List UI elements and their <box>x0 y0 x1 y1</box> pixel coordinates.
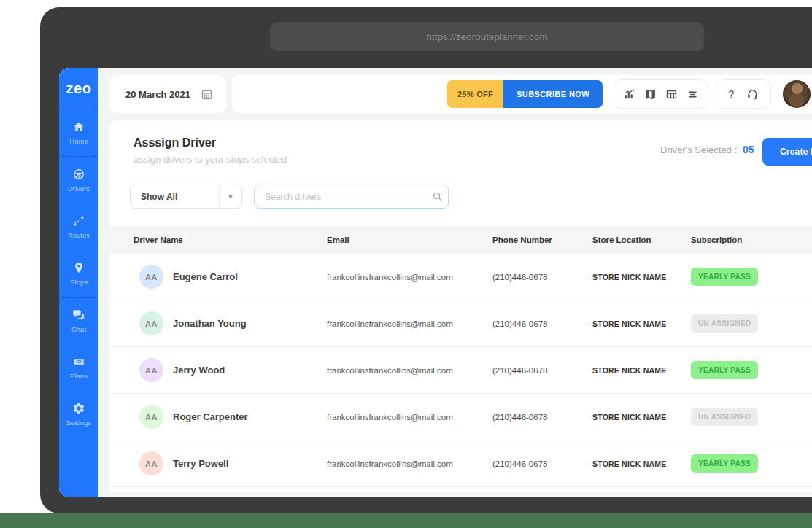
chevron-down-icon: ▼ <box>220 193 241 201</box>
driver-name: Eugene Carrol <box>173 271 238 282</box>
analytics-icon[interactable] <box>623 88 635 101</box>
avatar-initials: AA <box>145 366 158 375</box>
driver-name: Jonathan Young <box>173 318 247 329</box>
steering-wheel-icon <box>72 168 85 181</box>
column-header: Driver Name <box>134 236 327 244</box>
address-bar[interactable]: https://zeorouteplanner.com <box>270 22 704 51</box>
search-box <box>254 185 449 209</box>
app-window: zeo Home Drivers Routes Stops Chat Plans… <box>59 68 812 497</box>
table-row[interactable]: AA Terry Powell frankcollinsfrankcollins… <box>109 440 812 487</box>
driver-avatar: AA <box>139 358 163 382</box>
driver-avatar: AA <box>139 311 163 335</box>
subscription-badge: UN ASSIGNED <box>691 314 758 333</box>
avatar-initials: AA <box>145 319 158 328</box>
driver-store-location: STORE NICK NAME <box>592 319 691 328</box>
subscribe-now-button[interactable]: SUBSCRIBE NOW <box>503 80 603 108</box>
date-picker[interactable]: 20 March 2021 <box>109 75 226 113</box>
page-bottom-band <box>0 513 812 528</box>
driver-avatar: AA <box>139 265 163 289</box>
driver-phone: (210)446-0678 <box>492 319 592 328</box>
column-header: Email <box>327 236 492 244</box>
home-icon <box>72 120 85 133</box>
table-row[interactable]: AA Eugene Carrol frankcollinsfrankcollin… <box>109 254 812 300</box>
chat-icon <box>72 308 85 322</box>
driver-phone: (210)446-0678 <box>492 366 592 375</box>
driver-name: Roger Carpenter <box>173 411 248 422</box>
driver-name: Jerry Wood <box>173 365 225 376</box>
search-input[interactable] <box>255 192 426 202</box>
discount-badge: 25% OFF <box>447 80 503 108</box>
subscription-badge: UN ASSIGNED <box>691 408 758 426</box>
driver-email: frankcollinsfrankcollins@mail.com <box>327 366 492 375</box>
assign-driver-panel: Asssign Driver assign drivers to your st… <box>109 120 812 493</box>
page-subtitle: assign drivers to your stops selected <box>134 154 287 165</box>
help-group: ? <box>716 79 771 109</box>
sidebar-item-label: Chat <box>71 325 86 333</box>
map-icon[interactable] <box>644 88 657 101</box>
table-row-partial <box>109 487 812 493</box>
view-switcher <box>614 79 708 109</box>
driver-store-location: STORE NICK NAME <box>592 366 691 375</box>
sidebar-item-label: Settings <box>66 419 91 427</box>
top-toolbar: 25% OFF SUBSCRIBE NOW <box>232 75 812 113</box>
list-view-icon[interactable] <box>687 88 699 101</box>
sidebar-item-label: Home <box>69 137 88 145</box>
sidebar-item-settings[interactable]: Settings <box>59 391 98 438</box>
drivers-selected-label: Driver's Selected : <box>660 144 737 155</box>
drivers-selected-count: 05 <box>743 144 754 155</box>
current-date: 20 March 2021 <box>125 89 190 100</box>
ticket-icon <box>72 355 85 368</box>
main-area: 20 March 2021 25% OFF SUBSCRIBE NOW <box>98 68 812 497</box>
driver-email: frankcollinsfrankcollins@mail.com <box>327 459 492 468</box>
driver-avatar: AA <box>139 451 163 475</box>
sidebar-item-stops[interactable]: Stops <box>59 250 98 297</box>
driver-email: frankcollinsfrankcollins@mail.com <box>327 413 492 422</box>
sidebar-item-plans[interactable]: Plans <box>59 344 98 391</box>
table-row[interactable]: AA Jerry Wood frankcollinsfrankcollins@m… <box>109 347 812 394</box>
user-avatar[interactable] <box>783 80 811 108</box>
table-row[interactable]: AA Roger Carpenter frankcollinsfrankcoll… <box>109 394 812 440</box>
sidebar-item-home[interactable]: Home <box>59 109 98 156</box>
driver-name: Terry Powell <box>173 458 228 469</box>
subscription-badge: YEARLY PASS <box>691 268 758 286</box>
table-view-icon[interactable] <box>665 88 678 101</box>
column-header: Store Location <box>592 236 691 244</box>
drivers-selected: Driver's Selected : 05 <box>660 144 754 155</box>
avatar-initials: AA <box>145 413 158 422</box>
driver-store-location: STORE NICK NAME <box>592 459 691 468</box>
sidebar-item-chat[interactable]: Chat <box>59 298 98 344</box>
sidebar-item-label: Stops <box>70 278 88 286</box>
toolbar-divider <box>776 81 776 107</box>
zeo-logo: zeo <box>59 68 98 109</box>
support-headset-icon[interactable] <box>746 88 759 101</box>
sidebar-item-label: Routes <box>68 231 90 239</box>
table-row[interactable]: AA Jonathan Young frankcollinsfrankcolli… <box>109 300 812 347</box>
gear-icon <box>72 402 85 415</box>
column-header: Subscription <box>691 236 812 244</box>
subscription-badge: YEARLY PASS <box>691 454 758 473</box>
show-all-dropdown[interactable]: Show All ▼ <box>130 185 242 209</box>
driver-store-location: STORE NICK NAME <box>592 273 691 282</box>
sidebar-item-drivers[interactable]: Drivers <box>59 157 98 203</box>
create-route-button[interactable]: Create New Route <box>762 138 812 166</box>
avatar-initials: AA <box>145 273 158 282</box>
driver-email: frankcollinsfrankcollins@mail.com <box>327 273 492 282</box>
route-icon <box>72 214 85 228</box>
dropdown-value: Show All <box>131 192 219 202</box>
sidebar-item-label: Plans <box>70 372 88 380</box>
drivers-table: Driver Name Email Phone Number Store Loc… <box>109 226 812 493</box>
column-header: Phone Number <box>492 236 592 244</box>
sidebar: zeo Home Drivers Routes Stops Chat Plans… <box>59 68 98 497</box>
search-icon <box>426 191 448 202</box>
screenshot: https://zeorouteplanner.com zeo Home Dri… <box>0 0 812 528</box>
help-icon[interactable]: ? <box>728 88 734 100</box>
driver-phone: (210)446-0678 <box>492 413 592 422</box>
driver-phone: (210)446-0678 <box>492 459 592 468</box>
sidebar-item-label: Drivers <box>68 185 90 193</box>
driver-avatar: AA <box>139 405 163 429</box>
sidebar-item-routes[interactable]: Routes <box>59 203 98 250</box>
map-pin-icon <box>72 261 85 274</box>
calendar-icon <box>201 88 213 101</box>
driver-email: frankcollinsfrankcollins@mail.com <box>327 319 492 328</box>
driver-store-location: STORE NICK NAME <box>592 413 691 422</box>
